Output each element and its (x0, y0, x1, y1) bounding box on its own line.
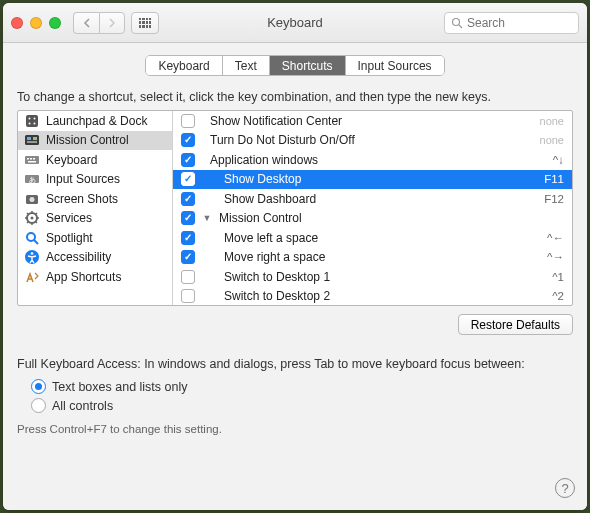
grid-icon (139, 18, 151, 28)
services-icon (24, 210, 40, 226)
shortcut-key: F11 (544, 173, 564, 185)
search-icon (451, 17, 463, 29)
checkbox[interactable] (181, 289, 195, 303)
search-field[interactable] (444, 12, 579, 34)
checkbox[interactable] (181, 211, 195, 225)
sidebar-item-label: Spotlight (46, 231, 93, 245)
shortcut-row[interactable]: Turn Do Not Disturb On/Offnone (173, 131, 572, 151)
tab-input-sources[interactable]: Input Sources (346, 56, 444, 75)
checkbox[interactable] (181, 250, 195, 264)
fka-option-all[interactable]: All controls (31, 396, 573, 415)
sidebar-item-label: Services (46, 211, 92, 225)
checkbox[interactable] (181, 153, 195, 167)
radio-off-icon (31, 398, 46, 413)
sidebar-item-label: Launchpad & Dock (46, 114, 147, 128)
tab-text[interactable]: Text (223, 56, 270, 75)
preferences-window: Keyboard Keyboard Text Shortcuts Input S… (3, 3, 587, 510)
sidebar-item-label: Screen Shots (46, 192, 118, 206)
window-controls (11, 17, 61, 29)
shortcut-label: Show Dashboard (202, 192, 537, 206)
tab-keyboard[interactable]: Keyboard (146, 56, 222, 75)
shortcut-key: ^2 (552, 290, 564, 302)
svg-point-3 (29, 117, 31, 119)
shortcut-list[interactable]: Show Notification CenternoneTurn Do Not … (173, 111, 572, 305)
radio-on-icon (31, 379, 46, 394)
back-button[interactable] (73, 12, 99, 34)
show-all-button[interactable] (131, 12, 159, 34)
svg-point-0 (453, 18, 460, 25)
sidebar-item-input-sources[interactable]: あInput Sources (18, 170, 172, 190)
sidebar-item-app-shortcuts[interactable]: App Shortcuts (18, 267, 172, 287)
svg-line-1 (459, 25, 462, 28)
svg-rect-12 (27, 158, 29, 160)
shortcut-key: ^↓ (553, 154, 564, 166)
sidebar-item-accessibility[interactable]: Accessibility (18, 248, 172, 268)
fka-option-textboxes[interactable]: Text boxes and lists only (31, 377, 573, 396)
svg-rect-10 (27, 141, 37, 143)
mission-control-icon (24, 132, 40, 148)
checkbox[interactable] (181, 114, 195, 128)
checkbox[interactable] (181, 270, 195, 284)
svg-rect-13 (30, 158, 32, 160)
sidebar-item-label: Input Sources (46, 172, 120, 186)
shortcut-row[interactable]: Move right a space^→ (173, 248, 572, 268)
close-icon[interactable] (11, 17, 23, 29)
shortcut-row[interactable]: Switch to Desktop 1^1 (173, 267, 572, 287)
fka-option-label: Text boxes and lists only (52, 380, 188, 394)
disclosure-triangle-icon[interactable]: ▼ (202, 213, 212, 223)
shortcut-label: Show Desktop (202, 172, 537, 186)
shortcut-label: Move left a space (202, 231, 540, 245)
shortcut-row[interactable]: Show DashboardF12 (173, 189, 572, 209)
screenshots-icon (24, 191, 40, 207)
help-button[interactable]: ? (555, 478, 575, 498)
svg-rect-11 (25, 156, 39, 164)
checkbox[interactable] (181, 172, 195, 186)
search-input[interactable] (467, 16, 572, 30)
forward-button[interactable] (99, 12, 125, 34)
fka-intro: Full Keyboard Access: In windows and dia… (17, 357, 573, 371)
shortcut-row[interactable]: Switch to Desktop 2^2 (173, 287, 572, 306)
checkbox[interactable] (181, 231, 195, 245)
fka-note: Press Control+F7 to change this setting. (17, 423, 573, 435)
fka-option-label: All controls (52, 399, 113, 413)
sidebar-item-services[interactable]: Services (18, 209, 172, 229)
svg-line-23 (34, 240, 38, 244)
tab-bar: Keyboard Text Shortcuts Input Sources (17, 55, 573, 76)
svg-rect-9 (33, 137, 37, 140)
chevron-left-icon (83, 18, 91, 28)
titlebar: Keyboard (3, 3, 587, 43)
minimize-icon[interactable] (30, 17, 42, 29)
sidebar-item-keyboard[interactable]: Keyboard (18, 150, 172, 170)
sidebar-item-mission-control[interactable]: Mission Control (18, 131, 172, 151)
window-title: Keyboard (267, 15, 323, 30)
shortcut-row[interactable]: Show Notification Centernone (173, 111, 572, 131)
sidebar-item-label: Mission Control (46, 133, 129, 147)
shortcut-row[interactable]: Move left a space^← (173, 228, 572, 248)
sidebar-item-screenshots[interactable]: Screen Shots (18, 189, 172, 209)
svg-rect-2 (26, 115, 38, 127)
shortcut-label: Mission Control (219, 211, 564, 225)
zoom-icon[interactable] (49, 17, 61, 29)
input-sources-icon: あ (24, 171, 40, 187)
shortcut-row[interactable]: Application windows^↓ (173, 150, 572, 170)
category-sidebar[interactable]: Launchpad & DockMission ControlKeyboardあ… (18, 111, 173, 305)
tab-shortcuts[interactable]: Shortcuts (270, 56, 346, 75)
shortcut-key: none (540, 134, 564, 146)
shortcut-key: none (540, 115, 564, 127)
svg-point-5 (29, 122, 31, 124)
shortcut-row[interactable]: ▼Mission Control (173, 209, 572, 229)
sidebar-item-spotlight[interactable]: Spotlight (18, 228, 172, 248)
svg-rect-8 (27, 137, 31, 140)
svg-rect-15 (28, 161, 36, 163)
svg-rect-14 (33, 158, 35, 160)
svg-point-19 (30, 197, 35, 202)
shortcut-row[interactable]: Show DesktopF11 (173, 170, 572, 190)
svg-point-21 (31, 217, 34, 220)
shortcut-key: F12 (544, 193, 564, 205)
checkbox[interactable] (181, 192, 195, 206)
checkbox[interactable] (181, 133, 195, 147)
shortcut-label: Turn Do Not Disturb On/Off (202, 133, 533, 147)
sidebar-item-launchpad[interactable]: Launchpad & Dock (18, 111, 172, 131)
nav-buttons (73, 12, 125, 34)
restore-defaults-button[interactable]: Restore Defaults (458, 314, 573, 335)
